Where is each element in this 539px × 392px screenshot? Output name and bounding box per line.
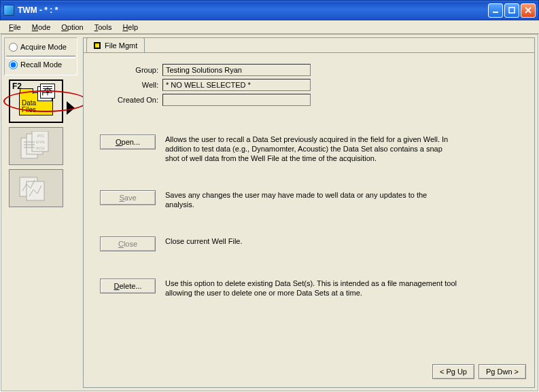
arrow-right-icon <box>67 101 75 115</box>
documents-icon: P/C DYN ACU <box>17 131 55 161</box>
svg-rect-16 <box>27 181 44 200</box>
close-button[interactable] <box>521 3 536 18</box>
titlebar: TWM - * : * <box>0 0 539 20</box>
well-label: Well: <box>100 81 162 89</box>
app-icon <box>3 5 14 16</box>
menu-help[interactable]: Help <box>118 22 143 32</box>
delete-description: Use this option to delete existing Data … <box>165 279 457 298</box>
svg-point-5 <box>46 90 49 93</box>
reports-button-disabled: P/C DYN ACU <box>9 127 63 165</box>
recall-mode-input[interactable] <box>9 60 18 69</box>
close-description: Close current Well File. <box>165 236 457 251</box>
folder-icon: Data Files <box>19 92 53 115</box>
page-down-button[interactable]: Pg Dwn > <box>479 364 526 379</box>
tab-icon <box>94 42 101 49</box>
recall-mode-label: Recall Mode <box>20 60 62 69</box>
svg-text:DYN: DYN <box>36 140 45 144</box>
tab-body: Group: Testing Solutions Ryan Well: * NO… <box>84 52 534 387</box>
tabstrip: File Mgmt <box>84 37 145 52</box>
data-files-label: Data Files <box>22 100 36 113</box>
acquire-mode-label: Acquire Mode <box>20 43 67 51</box>
save-description: Saves any changes the user may have made… <box>165 190 457 209</box>
save-button: Save <box>100 190 156 205</box>
group-label: Group: <box>100 66 162 74</box>
group-field[interactable]: Testing Solutions Ryan <box>162 64 311 76</box>
menu-tools[interactable]: Tools <box>90 22 117 32</box>
client-area: Acquire Mode Recall Mode F2 Data Files <box>1 34 538 391</box>
open-description: Allows the user to recall a Data Set pre… <box>165 135 457 163</box>
close-well-button: Close <box>100 236 156 251</box>
created-label: Created On: <box>100 96 162 104</box>
main-panel: File Mgmt Group: Testing Solutions Ryan … <box>83 37 535 388</box>
minimize-button[interactable] <box>488 3 503 18</box>
data-files-button[interactable]: F2 Data Files <box>9 79 63 123</box>
svg-text:P/C: P/C <box>37 134 45 138</box>
mode-group: Acquire Mode Recall Mode <box>4 37 77 75</box>
window-title: TWM - * : * <box>18 5 487 15</box>
charts-button-disabled <box>9 169 63 207</box>
recall-mode-radio[interactable]: Recall Mode <box>6 58 75 71</box>
actions: Open... Allows the user to recall a Data… <box>100 135 521 325</box>
svg-rect-0 <box>493 12 498 13</box>
nav-buttons: < Pg Up Pg Dwn > <box>432 364 526 379</box>
tab-file-mgmt[interactable]: File Mgmt <box>86 37 145 52</box>
page-up-button[interactable]: < Pg Up <box>432 364 474 379</box>
menu-file[interactable]: File <box>4 22 26 32</box>
tab-file-mgmt-label: File Mgmt <box>105 41 137 50</box>
form-area: Group: Testing Solutions Ryan Well: * NO… <box>100 63 527 107</box>
menu-mode[interactable]: Mode <box>27 22 56 32</box>
delete-button[interactable]: Delete... <box>100 279 156 293</box>
svg-text:ACU: ACU <box>36 146 45 150</box>
svg-rect-1 <box>509 7 515 13</box>
menu-option[interactable]: Option <box>56 22 88 32</box>
left-panel: Acquire Mode Recall Mode F2 Data Files <box>4 37 77 388</box>
created-field[interactable] <box>162 94 311 106</box>
maximize-button[interactable] <box>504 3 519 18</box>
charts-icon <box>17 173 55 203</box>
open-button[interactable]: Open... <box>100 135 156 149</box>
acquire-mode-input[interactable] <box>9 43 18 52</box>
well-field[interactable]: * NO WELL SELECTED * <box>162 79 311 91</box>
acquire-mode-radio[interactable]: Acquire Mode <box>6 41 75 53</box>
menubar: File Mode Option Tools Help <box>0 20 539 34</box>
